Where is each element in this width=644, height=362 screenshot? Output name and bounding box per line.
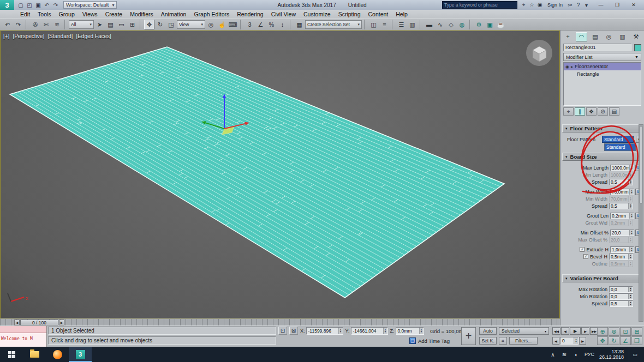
create-key-plus-button[interactable]: + (461, 327, 476, 345)
spinner-arrows[interactable]: ▲▼ (628, 179, 633, 185)
selected-keys-dropdown[interactable]: Selected ▾ (499, 327, 549, 335)
rollout-variation-per-board[interactable]: ▾ Variation Per Board (562, 274, 642, 282)
spinner-arrows[interactable]: ▲▼ (629, 247, 634, 252)
taskbar-firefox-icon[interactable] (46, 347, 69, 362)
use-pivot-center-icon[interactable]: ◎ (206, 20, 216, 29)
utilities-tab[interactable]: ⚒ (630, 32, 642, 41)
spinner-arrows[interactable]: ▲▼ (419, 328, 424, 334)
spinner-arrows[interactable]: ▲▼ (628, 294, 633, 299)
window-crossing-icon[interactable]: ⊞ (127, 20, 138, 29)
spinner-arrows[interactable]: ▲▼ (628, 220, 633, 226)
search-input[interactable] (443, 2, 517, 8)
viewport-shading-menu[interactable]: [Standard] (47, 33, 73, 39)
value-field-max-width[interactable]: 70,0mm▲▼ (610, 189, 634, 195)
rollout-board-size[interactable]: ▾ Board Size (562, 153, 642, 161)
auto-key-button[interactable]: Auto (479, 327, 497, 335)
spinner-arrows[interactable]: ▲▼ (629, 213, 634, 219)
selection-lock-icon[interactable]: ⊠ (289, 327, 298, 335)
menu-rendering[interactable]: Rendering (233, 11, 267, 17)
value-field-spread[interactable]: 0,5▲▼ (609, 203, 633, 209)
previous-frame-icon[interactable]: ◀ (561, 327, 569, 335)
time-slider-prev-button[interactable]: ◀ (14, 319, 20, 325)
spinner-arrows[interactable]: ▲▼ (628, 287, 633, 292)
value-field-min-width[interactable]: 70,0mm▲▼ (609, 196, 633, 202)
time-slider-next-button[interactable]: ▶ (59, 319, 64, 325)
command-panel-scrollbar[interactable] (639, 124, 643, 322)
named-selection-set-dropdown[interactable]: Create Selection Set▾ (305, 20, 362, 29)
visibility-toggle-icon[interactable]: ◉ (565, 64, 569, 69)
value-field-min-length[interactable]: 1000,0mm▲▼ (609, 172, 633, 178)
menu-views[interactable]: Views (79, 11, 102, 17)
menu-help[interactable]: Help (392, 11, 412, 17)
field-of-view-icon[interactable]: ∠ (620, 336, 631, 345)
reference-coordinate-dropdown[interactable]: View▾ (177, 20, 205, 29)
value-field-max-rotation[interactable]: 0,0▲▼ (609, 286, 633, 293)
undo-icon[interactable]: ↶ (43, 1, 51, 9)
menu-graph-editors[interactable]: Graph Editors (190, 11, 233, 17)
spinner-arrows[interactable]: ▲▼ (629, 230, 634, 236)
select-object-icon[interactable]: ➤ (94, 20, 105, 29)
spinner-arrows[interactable]: ▲▼ (628, 301, 633, 306)
viewport-pov-menu[interactable]: [Perspective] (13, 33, 44, 39)
next-frame-icon[interactable]: ▶ (581, 327, 589, 335)
scrollbar-thumb[interactable] (640, 126, 642, 203)
value-field-grout-wid[interactable]: 0,2mm▲▼ (609, 220, 633, 226)
value-field-spread[interactable]: 0,5▲▼ (609, 300, 633, 307)
menu-animation[interactable]: Animation (157, 11, 190, 17)
listener-text[interactable]: Welcome to M (0, 333, 46, 347)
expand-arrow-icon[interactable]: ▸ (571, 64, 573, 69)
maximize-viewport-icon[interactable]: ❐ (631, 336, 642, 345)
value-field-min-offset[interactable]: 20,0▲▼ (610, 230, 634, 236)
value-field-bevel[interactable]: 0,5mm▲▼ (609, 254, 633, 260)
menu-group[interactable]: Group (55, 11, 79, 17)
menu-tools[interactable]: Tools (34, 11, 55, 17)
spinner-arrows[interactable]: ▲▼ (628, 261, 633, 267)
percent-snap-icon[interactable]: % (266, 20, 277, 29)
zoom-region-icon[interactable]: ⊞ (631, 327, 642, 336)
coordinate-field[interactable]: 0,0mm▲▼ (396, 327, 424, 335)
value-field-min-rotation[interactable]: 0,0▲▼ (609, 293, 633, 300)
isolate-selection-icon[interactable]: ⊡ (278, 327, 287, 335)
remove-modifier-icon[interactable]: ⊘ (598, 107, 608, 116)
select-link-icon[interactable]: ✇ (30, 20, 40, 29)
add-time-tag[interactable]: ❑ Add Time Tag (409, 337, 450, 344)
zoom-all-icon[interactable]: ⊛ (609, 327, 619, 336)
hierarchy-tab[interactable]: ▤ (589, 32, 601, 41)
redo-icon[interactable]: ↷ (51, 1, 60, 9)
minimize-button[interactable]: — (593, 1, 609, 9)
checkbox-bevel[interactable]: ✓ (583, 254, 588, 259)
render-setup-icon[interactable]: ⚙ (474, 20, 484, 29)
floor-pattern-dropdown[interactable]: Standard (602, 136, 634, 143)
spinner-arrows[interactable]: ▲▼ (574, 337, 578, 344)
next-key-button[interactable]: ▶ (579, 337, 586, 345)
menu-civil-view[interactable]: Civil View (267, 11, 300, 17)
rollout-floor-pattern[interactable]: ▾ Floor Pattern (562, 124, 642, 132)
stack-item-rectangle[interactable]: Rectangle (564, 70, 641, 78)
spinner-arrows[interactable]: ▲▼ (629, 165, 634, 171)
spinner-arrows[interactable]: ▲▼ (628, 254, 633, 260)
motion-tab[interactable]: ◎ (603, 32, 615, 41)
render-production-icon[interactable]: ☕ (496, 20, 506, 29)
value-field-extrude[interactable]: 1,0mm▲▼ (610, 246, 634, 253)
taskbar-3dsmax-icon[interactable]: 3 (69, 347, 92, 362)
edit-named-selections-icon[interactable]: ▦ (294, 20, 305, 29)
spinner-arrows[interactable]: ▲▼ (628, 237, 633, 243)
go-to-start-icon[interactable]: ◀◀ (552, 327, 560, 335)
pan-icon[interactable]: ✥ (597, 336, 608, 345)
stack-item-floorgenerator[interactable]: ◉▸FloorGenerator (564, 63, 641, 70)
curve-editor-icon[interactable]: ∿ (435, 20, 445, 29)
value-field-max-length[interactable]: 1000,0mm▲▼ (610, 165, 634, 171)
time-slider-track[interactable]: ◀ 0 / 100 ▶ (0, 318, 560, 325)
help-menu-icon[interactable]: ▾ (582, 1, 591, 9)
open-folder-icon[interactable]: ◰ (25, 1, 34, 9)
coordinate-field[interactable]: -11599,896▲▼ (306, 327, 343, 335)
app-logo-icon[interactable]: 3 (0, 0, 14, 10)
key-filter-icon[interactable]: ⌗ (499, 337, 507, 345)
modifier-list-dropdown[interactable]: Modifier List ▼ (563, 53, 641, 61)
viewport-general-menu[interactable]: [+] (3, 33, 9, 39)
value-field-grout-len[interactable]: 0,2mm▲▼ (610, 213, 634, 219)
viewport-style-menu[interactable]: [Edged Faces] (76, 33, 111, 39)
macro-recorder-strip[interactable] (0, 326, 46, 333)
coordinate-field[interactable]: -14661,004▲▼ (351, 327, 388, 335)
configure-modifier-sets-icon[interactable]: ▤ (609, 107, 619, 116)
